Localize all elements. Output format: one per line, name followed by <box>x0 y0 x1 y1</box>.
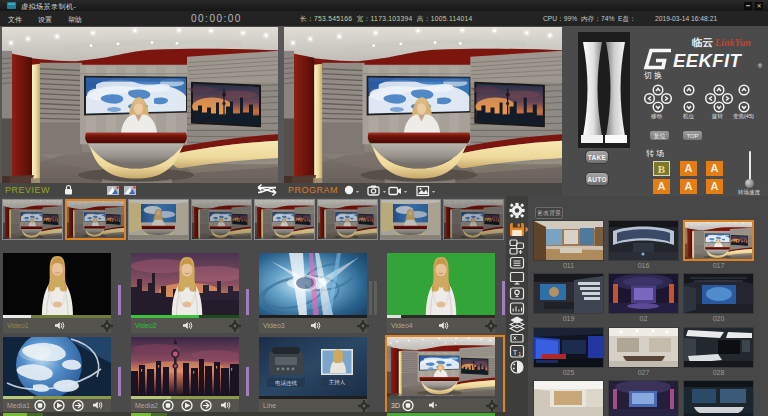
svg-text:®: ® <box>758 63 762 69</box>
svg-text:主持人: 主持人 <box>329 379 346 386</box>
svg-text:LinkYun: LinkYun <box>714 37 751 48</box>
svg-text:1: 1 <box>519 352 522 357</box>
svg-text:临云: 临云 <box>692 36 714 48</box>
svg-text:电话连线: 电话连线 <box>275 380 298 387</box>
svg-text:EEKFIT: EEKFIT <box>673 50 742 70</box>
svg-text:T: T <box>513 348 518 357</box>
